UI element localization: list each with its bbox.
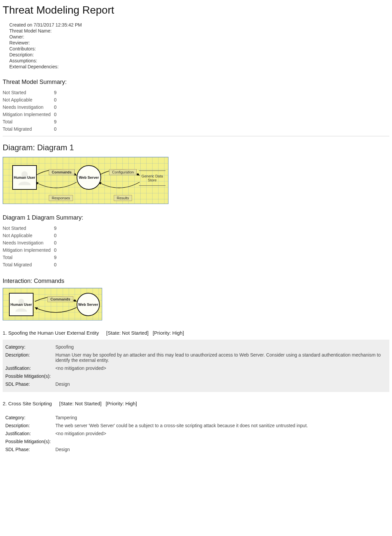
node-label: Human User — [14, 175, 35, 179]
flow-label-configuration: Configuration — [109, 169, 137, 175]
summary-row: Not Applicable0 — [3, 96, 60, 103]
field-reviewer: Reviewer: — [9, 40, 389, 45]
field-description: Description: — [9, 52, 389, 57]
report-metadata: Created on 7/31/2017 12:35:42 PM Threat … — [9, 22, 389, 69]
field-ext-deps: External Dependencies: — [9, 64, 389, 69]
threat-field-label: Justification: — [5, 430, 55, 437]
summary-row: Not Applicable0 — [3, 232, 60, 239]
summary-row: Total Migrated0 — [3, 261, 60, 268]
node-web-server: Web Server — [77, 165, 101, 190]
node-human-user: Human User — [9, 293, 33, 316]
field-assumptions: Assumptions: — [9, 58, 389, 63]
summary-row: Mitigation Implemented0 — [3, 111, 60, 118]
interaction-diagram-frame: Human User Web Server Commands — [3, 288, 102, 320]
threat-field-value: Tampering — [55, 414, 312, 422]
threat-priority — [103, 401, 105, 406]
threat-block: Category:Tampering Description:The web s… — [3, 410, 389, 457]
summary-row: Not Started9 — [3, 225, 60, 232]
threat-field-value: Design — [55, 380, 387, 388]
node-data-store: Generic Data Store — [139, 170, 165, 186]
field-model-name: Threat Model Name: — [9, 28, 389, 34]
node-web-server: Web Server — [77, 293, 100, 316]
threat-field-value: Design — [55, 445, 312, 453]
threat-field-value — [55, 372, 387, 380]
flow-label-responses: Responses — [49, 195, 73, 201]
interaction-heading: Interaction: Commands — [3, 278, 389, 285]
summary-table: Not Started9 Not Applicable0 Needs Inves… — [3, 89, 60, 133]
threat-field-label: Description: — [5, 351, 55, 364]
diagram-summary-table: Not Started9 Not Applicable0 Needs Inves… — [3, 225, 60, 268]
threat-priority: [Priority: High] — [106, 401, 137, 406]
summary-row: Needs Investigation0 — [3, 103, 60, 111]
node-label: Human User — [11, 302, 32, 306]
threat-field-label: SDL Phase: — [5, 445, 55, 453]
threat-field-label: Category: — [5, 414, 55, 422]
threat-field-label: Description: — [5, 422, 55, 430]
threat-field-value: <no mitigation provided> — [55, 430, 312, 437]
threat-field-label: Possible Mitigation(s): — [5, 372, 55, 380]
threat-heading: 1. Spoofing the Human User External Enti… — [3, 330, 389, 336]
node-label: Web Server — [79, 175, 99, 179]
threat-number: 1. — [3, 330, 7, 336]
node-label: Generic Data Store — [139, 174, 165, 182]
diagram-heading: Diagram: Diagram 1 — [3, 143, 389, 152]
flow-label-commands: Commands — [49, 169, 75, 175]
threat-field-label: Possible Mitigation(s): — [5, 437, 55, 445]
node-human-user: Human User — [12, 165, 37, 190]
field-contributors: Contributors: — [9, 46, 389, 51]
threat-title: Cross Site Scripting — [8, 401, 52, 406]
node-label: Web Server — [78, 302, 98, 306]
threat-field-value — [55, 437, 312, 445]
diagram-summary-heading: Diagram 1 Diagram Summary: — [3, 214, 389, 221]
summary-row: Total9 — [3, 118, 60, 125]
separator — [3, 136, 389, 136]
threat-field-value: Human User may be spoofed by an attacker… — [55, 351, 387, 364]
threat-state: [State: Not Started] — [106, 330, 149, 336]
flow-label-commands: Commands — [47, 296, 73, 302]
flow-label-results: Results — [114, 195, 132, 201]
threat-number: 2. — [3, 401, 7, 406]
summary-row: Total9 — [3, 254, 60, 261]
threat-field-label: Justification: — [5, 364, 55, 372]
threat-block: Category:Spoofing Description:Human User… — [3, 340, 389, 392]
summary-row: Not Started9 — [3, 89, 60, 96]
threat-field-value: <no mitigation provided> — [55, 364, 387, 372]
diagram-frame: Human User Web Server Generic Data Store… — [3, 157, 168, 204]
summary-row: Total Migrated0 — [3, 125, 60, 133]
threat-field-label: SDL Phase: — [5, 380, 55, 388]
threat-state: [State: Not Started] — [59, 401, 102, 406]
summary-row: Needs Investigation0 — [3, 239, 60, 246]
threat-field-label: Category: — [5, 343, 55, 351]
created-on: Created on 7/31/2017 12:35:42 PM — [9, 22, 389, 28]
summary-heading: Threat Model Summary: — [3, 79, 389, 86]
summary-row: Mitigation Implemented0 — [3, 246, 60, 254]
threat-heading: 2. Cross Site Scripting [State: Not Star… — [3, 401, 389, 406]
threat-field-value: Spoofing — [55, 343, 387, 351]
threat-priority: [Priority: High] — [153, 330, 184, 336]
field-owner: Owner: — [9, 34, 389, 39]
report-title: Threat Modeling Report — [3, 4, 389, 16]
threat-title: Spoofing the Human User External Entity — [8, 330, 99, 336]
threat-field-value: The web server 'Web Server' could be a s… — [55, 422, 312, 430]
